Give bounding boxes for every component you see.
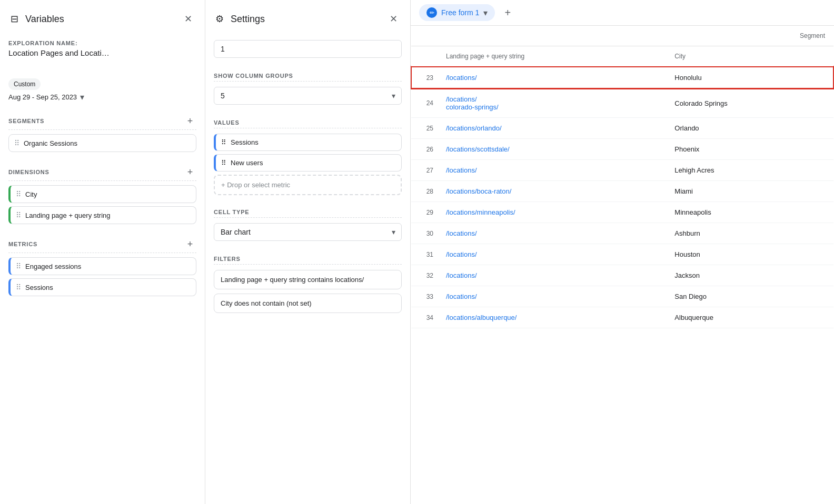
settings-panel: ⚙ Settings ✕ SHOW COLUMN GROUPS 5 10 25 … (205, 0, 411, 504)
data-panel: ✏ Free form 1 ▾ + Segment Landing page +… (411, 0, 834, 504)
row-path[interactable]: /locations/ (438, 160, 666, 181)
table-row[interactable]: 27/locations/Lehigh Acres (411, 160, 833, 181)
date-range-value: Aug 29 - Sep 25, 2023 (8, 93, 77, 101)
settings-icon: ⚙ (214, 13, 225, 25)
drag-icon: ⠿ (16, 211, 21, 219)
metric-chip-sessions[interactable]: ⠿ Sessions (8, 278, 196, 296)
table-row[interactable]: 25/locations/orlando/Orlando (411, 118, 833, 139)
value-chip-sessions-label: Sessions (231, 138, 259, 146)
row-city: San Diego (666, 286, 833, 307)
row-num: 31 (411, 244, 438, 265)
row-num: 24 (411, 88, 438, 118)
metric-chip-sessions-label: Sessions (25, 284, 53, 291)
row-path[interactable]: /locations/ (438, 223, 666, 244)
drop-metric-zone[interactable]: + Drop or select metric (214, 175, 402, 195)
table-row[interactable]: 26/locations/scottsdale/Phoenix (411, 139, 833, 160)
row-num: 23 (411, 67, 438, 88)
variables-close-icon: ✕ (184, 13, 192, 25)
row-city: Ashburn (666, 223, 833, 244)
row-path[interactable]: /locations/ (438, 244, 666, 265)
add-segment-button[interactable]: + (184, 115, 196, 127)
metrics-label: METRICS + (8, 238, 196, 253)
filter-chip-landing-page[interactable]: Landing page + query string contains loc… (214, 270, 402, 289)
show-column-groups-label: SHOW COLUMN GROUPS (214, 73, 402, 82)
col-header-landing-page: Landing page + query string (438, 46, 666, 67)
row-city: Colorado Springs (666, 88, 833, 118)
settings-close-button[interactable]: ✕ (385, 11, 402, 27)
value-chip-new-users-label: New users (231, 159, 263, 167)
variables-close-button[interactable]: ✕ (180, 11, 196, 27)
dimension-chip-landing-page-label: Landing page + query string (25, 211, 111, 219)
row-path[interactable]: /locations/ (438, 67, 666, 88)
table-row[interactable]: 30/locations/Ashburn (411, 223, 833, 244)
row-city: Lehigh Acres (666, 160, 833, 181)
row-city: Phoenix (666, 139, 833, 160)
row-path[interactable]: /locations/albuquerque/ (438, 307, 666, 328)
settings-panel-header: ⚙ Settings ✕ (214, 11, 402, 27)
row-num: 25 (411, 118, 438, 139)
drag-icon: ⠿ (16, 262, 21, 270)
row-num: 29 (411, 202, 438, 223)
drag-icon: ⠿ (221, 138, 226, 146)
values-label: VALUES (214, 119, 402, 128)
table-row[interactable]: 34/locations/albuquerque/Albuquerque (411, 307, 833, 328)
row-city: Minneapolis (666, 202, 833, 223)
row-path[interactable]: /locations/scottsdale/ (438, 139, 666, 160)
drag-icon: ⠿ (16, 190, 21, 198)
row-num: 30 (411, 223, 438, 244)
rows-section (214, 40, 402, 62)
filter-chip-city-label: City does not contain (not set) (221, 299, 312, 307)
row-city: Houston (666, 244, 833, 265)
date-range-section: Custom Aug 29 - Sep 25, 2023 ▾ (8, 78, 196, 102)
table-header-row: Segment (411, 26, 833, 46)
drag-icon: ⠿ (16, 283, 21, 291)
value-chip-new-users[interactable]: ⠿ New users (214, 154, 402, 172)
settings-title: ⚙ Settings (214, 13, 265, 25)
add-metric-button[interactable]: + (184, 238, 196, 250)
row-num: 34 (411, 307, 438, 328)
add-dimension-button[interactable]: + (184, 166, 196, 178)
row-num: 28 (411, 181, 438, 202)
table-row[interactable]: 29/locations/minneapolis/Minneapolis (411, 202, 833, 223)
row-path[interactable]: /locations/minneapolis/ (438, 202, 666, 223)
date-range-row[interactable]: Aug 29 - Sep 25, 2023 ▾ (8, 92, 196, 102)
row-path[interactable]: /locations/orlando/ (438, 118, 666, 139)
dimensions-label: DIMENSIONS + (8, 166, 196, 181)
table-row[interactable]: 33/locations/San Diego (411, 286, 833, 307)
add-tab-button[interactable]: + (499, 4, 516, 21)
segment-chip-organic-sessions[interactable]: ⠿ Organic Sessions (8, 134, 196, 152)
row-path[interactable]: /locations/ (438, 265, 666, 286)
values-section: VALUES ⠿ Sessions ⠿ New users + Drop or … (214, 119, 402, 198)
drop-metric-placeholder: + Drop or select metric (221, 181, 290, 189)
table-row[interactable]: 31/locations/Houston (411, 244, 833, 265)
table-row[interactable]: 28/locations/boca-raton/Miami (411, 181, 833, 202)
data-table-container: Segment Landing page + query string City… (411, 26, 834, 504)
row-city: Jackson (666, 265, 833, 286)
tab-free-form-1[interactable]: ✏ Free form 1 ▾ (419, 4, 495, 21)
filter-chip-city[interactable]: City does not contain (not set) (214, 294, 402, 313)
date-badge: Custom (8, 78, 41, 90)
variables-icon: ⊟ (8, 13, 20, 25)
metric-chip-engaged-sessions[interactable]: ⠿ Engaged sessions (8, 257, 196, 275)
cell-type-select[interactable]: Bar chart Heat map Plain text (214, 223, 402, 241)
col-header-city: City (666, 46, 833, 67)
row-path[interactable]: /locations/boca-raton/ (438, 181, 666, 202)
value-chip-sessions[interactable]: ⠿ Sessions (214, 134, 402, 151)
table-row[interactable]: 24/locations/ colorado-springs/Colorado … (411, 88, 833, 118)
tab-chevron-down-icon: ▾ (483, 8, 488, 18)
exploration-name-label: EXPLORATION NAME: (8, 40, 196, 46)
row-num: 32 (411, 265, 438, 286)
tab-free-form-1-label: Free form 1 (441, 8, 479, 17)
table-row[interactable]: 32/locations/Jackson (411, 265, 833, 286)
dimension-chip-city[interactable]: ⠿ City (8, 185, 196, 203)
rows-input[interactable] (214, 40, 402, 58)
row-path[interactable]: /locations/ colorado-springs/ (438, 88, 666, 118)
table-row[interactable]: 23/locations/Honolulu (411, 67, 833, 88)
table-body: 23/locations/Honolulu24/locations/ color… (411, 67, 833, 328)
dimension-chip-landing-page[interactable]: ⠿ Landing page + query string (8, 206, 196, 224)
dimensions-section: DIMENSIONS + ⠿ City ⠿ Landing page + que… (8, 166, 196, 227)
variables-panel-header: ⊟ Variables ✕ (8, 11, 196, 27)
row-path[interactable]: /locations/ (438, 286, 666, 307)
row-city: Orlando (666, 118, 833, 139)
show-column-groups-select[interactable]: 5 10 25 (214, 87, 402, 105)
